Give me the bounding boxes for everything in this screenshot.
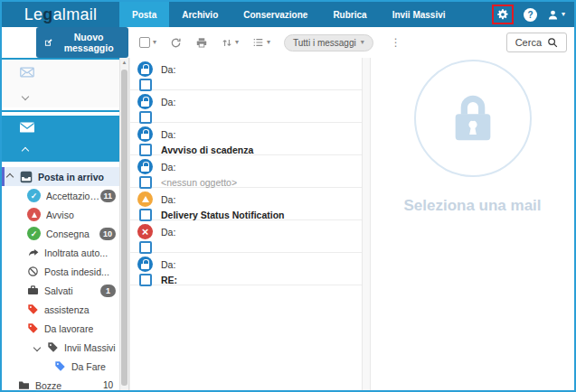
error-status-icon <box>137 224 153 239</box>
folder-sidebar: Posta in arrivo ✓ Accettazione 11 Avviso… <box>2 58 129 390</box>
folder-da-lavorare[interactable]: Da lavorare <box>2 319 120 338</box>
message-checkbox[interactable] <box>139 209 152 221</box>
main-nav: Posta Archivio Conservazione Rubrica Inv… <box>119 2 458 27</box>
logo-text: Le <box>24 5 43 24</box>
folder-salvati[interactable]: Salvati 1 <box>2 281 120 300</box>
search-button[interactable]: Cerca <box>506 33 567 52</box>
pec-lock-icon <box>137 61 153 77</box>
scrollbar-up-arrow[interactable]: ▲ <box>120 60 128 65</box>
tab-invii-massivi[interactable]: Invii Massivi <box>380 2 458 27</box>
unread-badge: 1 <box>100 285 116 297</box>
chevron-up-icon[interactable] <box>22 147 29 154</box>
folder-posta-in-arrivo[interactable]: Posta in arrivo <box>2 167 120 186</box>
main-area: Posta in arrivo ✓ Accettazione 11 Avviso… <box>2 58 574 390</box>
message-checkbox[interactable] <box>139 111 152 124</box>
sort-button[interactable]: ▾ <box>222 37 239 49</box>
mail-preview-pane: Seleziona una mail <box>371 58 574 390</box>
pec-lock-icon <box>137 257 153 272</box>
empty-state-circle <box>414 60 532 177</box>
message-row-7[interactable]: Da: RE: <box>130 253 362 285</box>
message-checkbox[interactable] <box>139 241 152 254</box>
sort-icon <box>222 37 232 49</box>
message-row-4[interactable]: Da: <nessun oggetto> <box>130 155 362 188</box>
tag-red-icon <box>27 322 39 334</box>
refresh-icon <box>170 37 182 49</box>
folder-accettazione[interactable]: ✓ Accettazione 11 <box>2 186 120 205</box>
notice-alert-icon <box>27 208 41 221</box>
unread-badge: 10 <box>99 228 116 240</box>
folder-inoltrata-auto[interactable]: Inoltrata auto... <box>2 243 120 262</box>
pec-lock-icon <box>137 126 153 142</box>
message-row-2[interactable]: Da: <box>130 90 362 123</box>
folder-bozze[interactable]: Bozze 10 <box>2 376 120 390</box>
mailbox-panel-collapsed[interactable] <box>2 58 120 107</box>
pec-lock-icon <box>137 94 153 109</box>
list-view-icon <box>252 37 264 48</box>
user-menu[interactable]: ▾ <box>547 9 565 21</box>
message-checkbox[interactable] <box>139 274 152 286</box>
print-icon <box>195 37 208 49</box>
message-checkbox[interactable] <box>139 176 152 189</box>
pec-lock-icon <box>137 159 153 174</box>
message-row-1[interactable]: Da: <box>130 58 362 90</box>
warning-status-icon <box>137 191 153 207</box>
draft-count: 10 <box>103 380 113 390</box>
divider <box>2 110 120 112</box>
sidebar-scrollbar[interactable]: ▲ <box>119 58 128 390</box>
message-filter-dropdown[interactable]: Tutti i messaggi▾ <box>284 34 373 51</box>
help-icon[interactable]: ? <box>524 8 537 22</box>
kebab-menu-icon[interactable]: ⋮ <box>391 36 401 49</box>
folder-icon <box>18 379 30 390</box>
inbox-icon <box>20 171 33 183</box>
toolbar: Nuovo messaggio ▾ ▾ ▾ Tutti i messaggi▾ … <box>2 27 574 58</box>
tab-conservazione[interactable]: Conservazione <box>231 2 320 27</box>
refresh-button[interactable] <box>170 37 182 49</box>
ban-circle-icon <box>27 266 39 277</box>
folder-avviso[interactable]: Avviso <box>2 205 120 224</box>
list-tools: ▾ ▾ ▾ Tutti i messaggi▾ ⋮ <box>139 34 401 51</box>
delivery-check-icon: ✓ <box>27 227 41 240</box>
new-message-label: Nuovo messaggio <box>57 32 120 53</box>
empty-state-label: Seleziona una mail <box>403 197 541 215</box>
select-all-checkbox[interactable]: ▾ <box>139 37 156 48</box>
print-button[interactable] <box>195 37 208 49</box>
message-checkbox[interactable] <box>139 79 152 91</box>
logo-text: almail <box>53 5 98 24</box>
search-label: Cerca <box>515 37 542 48</box>
chevron-down-icon: ▾ <box>562 11 565 18</box>
message-row-6[interactable]: Da: <box>130 220 362 253</box>
tab-rubrica[interactable]: Rubrica <box>320 2 379 27</box>
message-row-5[interactable]: Da: Delivery Status Notification <box>130 188 362 220</box>
folder-da-fare[interactable]: Da Fare <box>2 357 120 376</box>
acceptance-check-icon: ✓ <box>27 189 41 202</box>
message-list: Da: Da: Da: Avvviso di scadenza Da: <nes… <box>129 58 362 390</box>
scrollbar-thumb[interactable] <box>121 70 127 386</box>
filter-label: Tutti i messaggi <box>293 38 356 48</box>
tab-posta[interactable]: Posta <box>119 2 169 27</box>
folder-invii-massivi[interactable]: Invii Massivi <box>2 338 120 357</box>
folder-posta-indesiderata[interactable]: Posta indesid... <box>2 262 120 281</box>
lock-icon <box>447 92 499 145</box>
chevron-down-icon[interactable] <box>22 93 29 100</box>
legalmail-app: Legalmail Posta Archivio Conservazione R… <box>0 0 576 392</box>
compose-icon <box>44 37 52 48</box>
list-view-button[interactable]: ▾ <box>252 37 270 48</box>
chevron-down-icon: ▾ <box>235 39 239 46</box>
search-icon <box>547 37 558 48</box>
logo-accent-g: g <box>42 5 52 24</box>
folder-assistenza[interactable]: assistenza <box>2 300 120 319</box>
mailbox-panel-expanded[interactable] <box>2 116 120 162</box>
chevron-down-icon[interactable] <box>33 343 41 350</box>
message-row-3[interactable]: Da: Avvviso di scadenza <box>130 123 362 155</box>
forward-arrow-icon <box>27 247 39 258</box>
message-checkbox[interactable] <box>139 144 152 156</box>
briefcase-icon <box>27 285 39 296</box>
chevron-up-icon[interactable] <box>6 173 14 180</box>
gear-icon[interactable] <box>496 8 509 21</box>
tab-archivio[interactable]: Archivio <box>169 2 231 27</box>
folder-consegna[interactable]: ✓ Consegna 10 <box>2 224 120 243</box>
envelope-filled-icon <box>20 122 34 133</box>
new-message-button[interactable]: Nuovo messaggio <box>36 27 128 58</box>
list-scrollbar-track[interactable] <box>362 58 371 390</box>
legalmail-logo: Legalmail <box>2 2 119 27</box>
